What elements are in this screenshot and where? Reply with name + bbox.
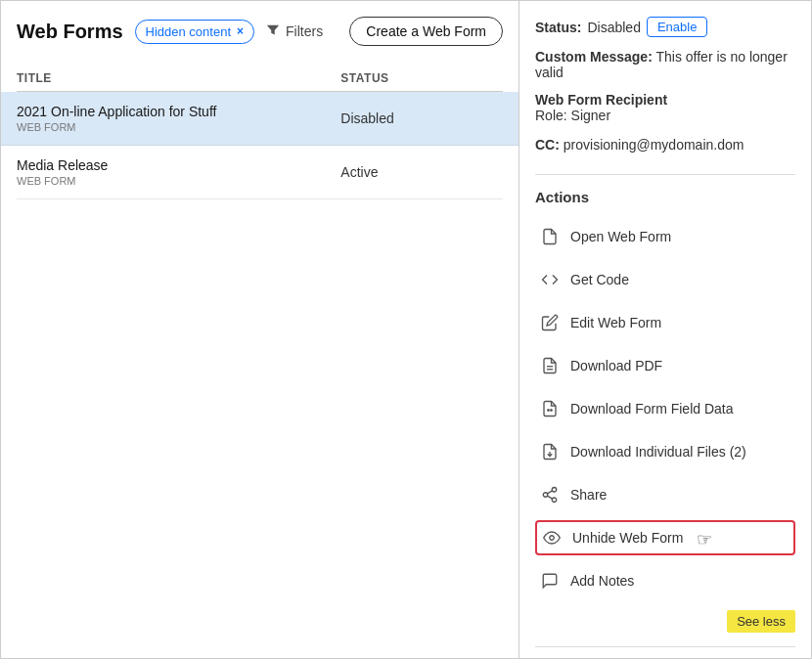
row-title-col: Media Release WEB FORM	[17, 157, 340, 187]
header-row: Web Forms Hidden content × Filters Creat…	[17, 17, 503, 46]
svg-line-9	[547, 491, 552, 494]
status-row: Status: Disabled Enable	[535, 17, 795, 37]
svg-point-10	[550, 536, 555, 541]
custom-message-label: Custom Message:	[535, 49, 653, 65]
cc-row: CC: provisioning@mydomain.dom	[535, 137, 795, 153]
hidden-content-label: Hidden content	[146, 24, 231, 39]
divider	[535, 174, 795, 175]
code-icon	[539, 269, 561, 290]
table-row[interactable]: Media Release WEB FORM Active	[17, 146, 503, 199]
cursor-icon: ☞	[697, 529, 712, 550]
pencil-icon	[539, 312, 561, 333]
action-unhide-web-form[interactable]: Unhide Web Form ☞	[535, 520, 795, 555]
share-icon	[539, 484, 561, 505]
recipient-title: Web Form Recipient	[535, 92, 795, 108]
action-label: Share	[570, 487, 607, 503]
right-panel: Status: Disabled Enable Custom Message: …	[519, 1, 811, 658]
action-add-notes[interactable]: Add Notes	[535, 563, 795, 598]
row-title: Media Release	[17, 157, 340, 173]
status-label: Status:	[535, 20, 581, 35]
recipient-block: Web Form Recipient Role: Signer	[535, 92, 795, 123]
col-status-header: STATUS	[340, 71, 503, 85]
see-less-button[interactable]: See less	[727, 610, 795, 633]
cc-value: provisioning@mydomain.dom	[564, 137, 744, 153]
filters-button[interactable]: Filters	[266, 23, 323, 40]
row-title: 2021 On-line Application for Stuff	[17, 104, 340, 119]
svg-point-3	[551, 410, 553, 412]
row-status: Active	[340, 164, 503, 180]
row-subtitle: WEB FORM	[17, 175, 340, 187]
divider	[535, 646, 795, 647]
action-download-field-data[interactable]: Download Form Field Data	[535, 391, 795, 426]
action-label: Unhide Web Form	[572, 530, 683, 546]
action-label: Edit Web Form	[570, 315, 661, 330]
file-icon	[539, 226, 561, 247]
left-panel: Web Forms Hidden content × Filters Creat…	[1, 1, 519, 658]
row-title-col: 2021 On-line Application for Stuff WEB F…	[17, 104, 340, 133]
actions-title: Actions	[535, 189, 795, 205]
svg-point-2	[548, 410, 550, 412]
action-open-web-form[interactable]: Open Web Form	[535, 219, 795, 254]
file-files-icon	[539, 441, 561, 462]
action-label: Open Web Form	[570, 229, 671, 244]
svg-point-5	[552, 488, 557, 493]
action-label: Download Form Field Data	[570, 401, 734, 417]
enable-button[interactable]: Enable	[647, 17, 707, 37]
col-title-header: TITLE	[17, 71, 340, 85]
table-row[interactable]: 2021 On-line Application for Stuff WEB F…	[1, 92, 519, 146]
svg-line-8	[547, 496, 552, 499]
file-pdf-icon	[539, 355, 561, 376]
action-share[interactable]: Share	[535, 477, 795, 512]
action-label: Get Code	[570, 272, 629, 287]
row-subtitle: WEB FORM	[17, 121, 340, 133]
svg-point-6	[543, 493, 548, 498]
custom-message-block: Custom Message: This offer is no longer …	[535, 49, 795, 80]
filters-label: Filters	[286, 23, 323, 39]
recipient-role: Role: Signer	[535, 108, 795, 123]
chat-icon	[539, 570, 561, 592]
action-get-code[interactable]: Get Code	[535, 262, 795, 297]
table-header: TITLE STATUS	[17, 66, 503, 92]
svg-point-7	[552, 498, 557, 503]
action-download-individual-files[interactable]: Download Individual Files (2)	[535, 434, 795, 469]
status-value: Disabled	[587, 20, 640, 35]
row-status: Disabled	[340, 110, 503, 126]
action-label: Add Notes	[570, 573, 634, 589]
filter-icon	[266, 23, 280, 40]
see-less-row: See less	[535, 610, 795, 633]
file-data-icon	[539, 398, 561, 419]
action-label: Download PDF	[570, 358, 662, 373]
create-web-form-button[interactable]: Create a Web Form	[349, 17, 503, 46]
close-icon[interactable]: ×	[237, 24, 244, 38]
page-title: Web Forms	[17, 21, 123, 43]
action-label: Download Individual Files (2)	[570, 444, 746, 460]
action-download-pdf[interactable]: Download PDF	[535, 348, 795, 383]
action-edit-web-form[interactable]: Edit Web Form	[535, 305, 795, 340]
cc-label: CC:	[535, 137, 560, 153]
hidden-content-badge[interactable]: Hidden content ×	[135, 20, 254, 44]
eye-icon	[541, 527, 563, 549]
